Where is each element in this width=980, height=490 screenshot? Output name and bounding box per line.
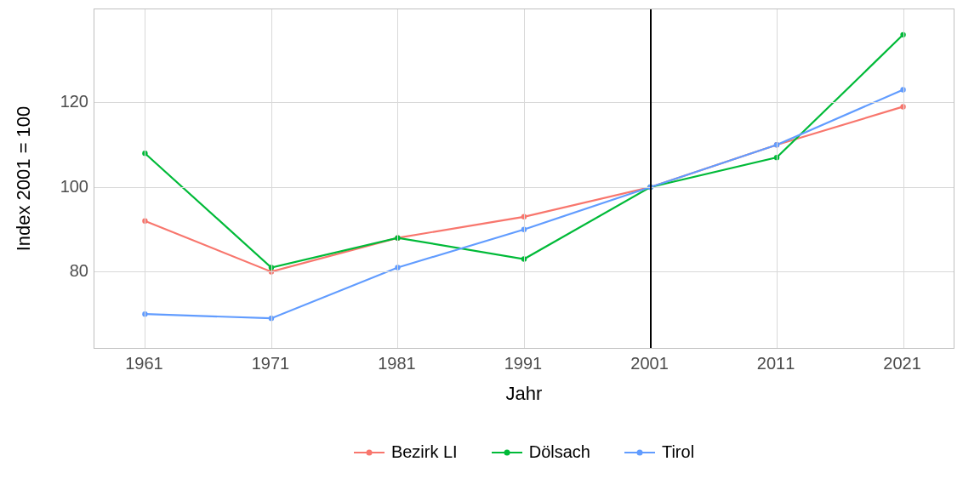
- gridline-v: [524, 9, 525, 348]
- x-tick-label: 1971: [236, 354, 305, 373]
- legend: Bezirk LIDölsachTirol: [94, 442, 954, 462]
- x-tick-label: 1981: [362, 354, 430, 373]
- chart-container: Index 2001 = 100 Jahr Bezirk LIDölsachTi…: [0, 0, 980, 490]
- gridline-v: [145, 9, 145, 348]
- reference-line-2001: [650, 9, 652, 348]
- legend-label: Bezirk LI: [391, 442, 458, 462]
- gridline-v: [903, 9, 904, 348]
- legend-label: Tirol: [662, 442, 694, 462]
- legend-item: Bezirk LI: [354, 442, 458, 462]
- legend-swatch: [354, 445, 385, 460]
- gridline-v: [271, 9, 272, 348]
- gridline-v: [777, 9, 778, 348]
- x-tick-label: 1961: [110, 354, 178, 373]
- x-tick-label: 2011: [742, 354, 810, 373]
- legend-item: Dölsach: [492, 442, 590, 462]
- legend-item: Tirol: [624, 442, 694, 462]
- y-tick-label: 120: [37, 92, 88, 111]
- y-tick-label: 80: [37, 261, 88, 281]
- x-axis-title: Jahr: [94, 383, 954, 405]
- y-tick-label: 100: [37, 176, 88, 196]
- gridline-v: [397, 9, 398, 348]
- legend-swatch: [492, 445, 522, 460]
- x-tick-label: 2021: [869, 354, 937, 373]
- x-tick-label: 2001: [616, 354, 684, 373]
- legend-label: Dölsach: [529, 442, 590, 462]
- x-tick-label: 1991: [489, 354, 557, 373]
- plot-area: [94, 9, 954, 349]
- legend-swatch: [624, 445, 655, 460]
- y-axis-title: Index 2001 = 100: [13, 0, 35, 357]
